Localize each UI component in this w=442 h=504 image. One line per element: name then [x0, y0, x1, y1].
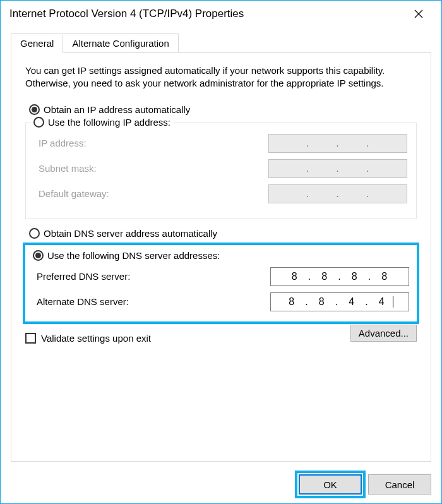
- titlebar: Internet Protocol Version 4 (TCP/IPv4) P…: [1, 1, 441, 27]
- radio-label: Use the following DNS server addresses:: [47, 250, 220, 261]
- field-row-default-gateway: Default gateway: ...: [35, 184, 407, 203]
- ipv4-properties-window: Internet Protocol Version 4 (TCP/IPv4) P…: [0, 0, 442, 504]
- close-icon: [414, 9, 423, 18]
- checkbox-label: Validate settings upon exit: [41, 333, 151, 344]
- checkbox-icon: [25, 333, 36, 344]
- alternate-dns-label: Alternate DNS server:: [37, 296, 129, 307]
- radio-use-following-dns[interactable]: Use the following DNS server addresses:: [33, 250, 409, 261]
- text-caret: [393, 296, 393, 308]
- radio-label: Use the following IP address:: [48, 117, 170, 128]
- subnet-mask-input: ...: [268, 159, 407, 178]
- radio-label: Obtain an IP address automatically: [44, 104, 190, 115]
- subnet-mask-label: Subnet mask:: [39, 163, 97, 174]
- ok-button[interactable]: OK: [299, 474, 362, 495]
- default-gateway-label: Default gateway:: [39, 188, 109, 199]
- window-title: Internet Protocol Version 4 (TCP/IPv4) P…: [9, 8, 244, 20]
- close-button[interactable]: [405, 4, 433, 23]
- radio-icon: [33, 250, 44, 261]
- dns-highlight-box: Use the following DNS server addresses: …: [23, 243, 419, 324]
- tab-alternate-configuration[interactable]: Alternate Configuration: [63, 33, 178, 53]
- field-row-alternate-dns: Alternate DNS server: 8. 8. 4. 4: [33, 292, 409, 311]
- alternate-dns-input[interactable]: 8. 8. 4. 4: [270, 292, 409, 311]
- tab-strip: General Alternate Configuration: [11, 33, 431, 53]
- ip-static-group: Use the following IP address: IP address…: [25, 123, 417, 219]
- radio-obtain-ip-auto[interactable]: Obtain an IP address automatically: [29, 104, 417, 115]
- default-gateway-input: ...: [268, 184, 407, 203]
- radio-use-following-ip[interactable]: Use the following IP address:: [31, 117, 173, 128]
- ip-address-label: IP address:: [39, 138, 87, 148]
- radio-icon: [29, 104, 40, 115]
- cancel-button[interactable]: Cancel: [368, 474, 431, 495]
- preferred-dns-input[interactable]: 8. 8. 8. 8: [270, 267, 409, 286]
- radio-icon: [33, 117, 44, 128]
- dialog-button-row: OK Cancel: [1, 467, 441, 503]
- radio-obtain-dns-auto[interactable]: Obtain DNS server address automatically: [29, 228, 417, 239]
- radio-icon: [29, 228, 40, 239]
- field-row-preferred-dns: Preferred DNS server: 8. 8. 8. 8: [33, 267, 409, 286]
- advanced-button[interactable]: Advanced...: [350, 325, 417, 342]
- tab-panel-general: You can get IP settings assigned automat…: [11, 52, 431, 462]
- tab-general[interactable]: General: [11, 33, 63, 53]
- intro-text: You can get IP settings assigned automat…: [25, 64, 417, 90]
- ip-address-input: ...: [268, 134, 407, 153]
- field-row-ip-address: IP address: ...: [35, 134, 407, 153]
- field-row-subnet-mask: Subnet mask: ...: [35, 159, 407, 178]
- preferred-dns-label: Preferred DNS server:: [37, 271, 130, 282]
- content-area: General Alternate Configuration You can …: [1, 27, 441, 467]
- radio-label: Obtain DNS server address automatically: [44, 228, 217, 239]
